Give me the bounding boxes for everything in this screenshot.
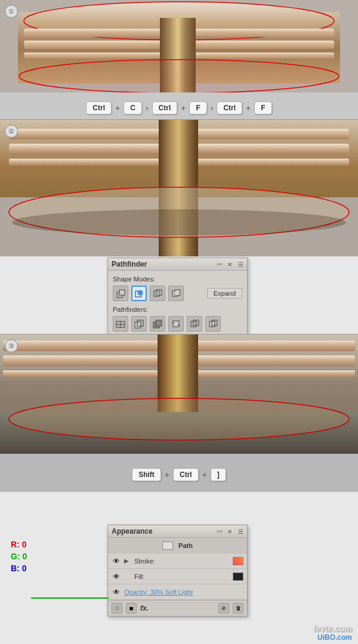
pathfinder-title: Pathfinder bbox=[112, 260, 147, 268]
svg-point-47 bbox=[9, 398, 349, 440]
appearance-close[interactable]: ✕ bbox=[227, 528, 232, 535]
key-bracket: ] bbox=[211, 468, 226, 481]
shape-exclude-icon[interactable] bbox=[168, 286, 184, 301]
stroke-visibility[interactable]: 👁 bbox=[112, 556, 121, 566]
shape-modes-label: Shape Modes: bbox=[113, 275, 242, 283]
rgb-g-label: G: 0 bbox=[11, 552, 27, 561]
shortcut-row-1: Ctrl + C › Ctrl + F › Ctrl + F bbox=[0, 101, 358, 114]
shortcut-row-3: Shift + Ctrl + ] bbox=[0, 468, 358, 481]
opacity-label: Opacity: 30% Soft Light bbox=[124, 589, 243, 596]
step-number-2: ② bbox=[5, 125, 18, 138]
pf-crop-icon[interactable] bbox=[168, 316, 184, 332]
step-number-3: ③ bbox=[5, 339, 18, 352]
plus-s3-2: + bbox=[202, 470, 207, 479]
section-1: ① bbox=[0, 0, 358, 119]
rgb-b-label: B: 0 bbox=[11, 564, 27, 573]
appearance-footer: □ ■ fx. ⊘ 🗑 bbox=[108, 600, 247, 616]
section-3: ③ bbox=[0, 334, 358, 492]
gt-2: › bbox=[211, 103, 214, 113]
svg-rect-29 bbox=[135, 322, 141, 328]
rgb-r-label: R: 0 bbox=[11, 540, 27, 549]
shape-intersect-icon[interactable] bbox=[150, 286, 165, 301]
appearance-menu-icon[interactable]: ☰ bbox=[238, 528, 243, 535]
appearance-controls: «« ✕ ☰ bbox=[217, 528, 243, 535]
watermark-site2: UiBO.com bbox=[317, 633, 352, 642]
cylinder-1 bbox=[0, 0, 358, 92]
new-fill-icon[interactable]: ■ bbox=[126, 603, 137, 614]
new-item-icon[interactable]: □ bbox=[112, 603, 122, 614]
plus-s3-1: + bbox=[165, 470, 169, 479]
svg-point-19 bbox=[138, 290, 143, 295]
shape-modes-row: Expand bbox=[113, 286, 242, 301]
fx-button[interactable]: fx. bbox=[140, 604, 149, 612]
appearance-body: Path 👁 ▶ Stroke: 👁 Fill: 👁 Opacity: 30% … bbox=[108, 538, 247, 616]
opacity-row: 👁 Opacity: 30% Soft Light bbox=[108, 584, 247, 600]
pf-trim-icon[interactable] bbox=[131, 316, 147, 332]
plus-1: + bbox=[115, 103, 120, 113]
expand-button[interactable]: Expand bbox=[207, 288, 242, 299]
pathfinders-row bbox=[113, 316, 242, 332]
pf-minus-back-icon[interactable] bbox=[205, 316, 221, 332]
section-2: ② bbox=[0, 119, 358, 256]
path-swatch bbox=[162, 541, 173, 550]
stroke-label: Stroke: bbox=[134, 558, 230, 565]
pathfinder-close[interactable]: ✕ bbox=[227, 261, 232, 268]
fill-visibility[interactable]: 👁 bbox=[112, 572, 121, 581]
svg-point-7 bbox=[19, 60, 339, 92]
pathfinder-controls: «« ✕ ☰ bbox=[217, 261, 243, 268]
key-shift: Shift bbox=[132, 468, 161, 481]
svg-rect-32 bbox=[156, 320, 162, 326]
key-ctrl-1: Ctrl bbox=[86, 101, 112, 114]
pf-outline-icon[interactable] bbox=[187, 316, 202, 332]
watermark-site1: fevte.com bbox=[313, 624, 352, 633]
key-c: C bbox=[124, 101, 142, 114]
appearance-titlebar: Appearance «« ✕ ☰ bbox=[108, 525, 247, 538]
path-row: Path bbox=[108, 538, 247, 553]
appearance-title: Appearance bbox=[112, 527, 153, 535]
key-ctrl-3: Ctrl bbox=[217, 101, 242, 114]
appearance-panel: Appearance «« ✕ ☰ Path 👁 ▶ Stroke: 👁 Fil… bbox=[107, 525, 248, 617]
rgb-labels: R: 0 G: 0 B: 0 bbox=[11, 540, 27, 573]
fill-label: Fill: bbox=[134, 573, 230, 580]
pathfinder-panel: Pathfinder «« ✕ ☰ Shape Modes: bbox=[107, 258, 248, 342]
fill-swatch[interactable] bbox=[233, 572, 243, 581]
pathfinder-titlebar: Pathfinder «« ✕ ☰ bbox=[108, 258, 247, 271]
pathfinder-body: Shape Modes: Expand Pathfinders: bbox=[108, 271, 247, 341]
stroke-swatch[interactable] bbox=[233, 557, 243, 565]
svg-rect-17 bbox=[119, 290, 125, 295]
stroke-arrow[interactable]: ▶ bbox=[124, 558, 131, 564]
stroke-row: 👁 ▶ Stroke: bbox=[108, 553, 247, 569]
plus-2: + bbox=[181, 103, 186, 113]
step-number-1: ① bbox=[5, 5, 18, 18]
gt-1: › bbox=[146, 103, 149, 113]
svg-rect-33 bbox=[173, 321, 179, 327]
pathfinder-menu-icon[interactable]: ☰ bbox=[238, 261, 243, 268]
pathfinders-label: Pathfinders: bbox=[113, 306, 242, 313]
hidden-icon[interactable]: ⊘ bbox=[218, 603, 229, 614]
opacity-visibility[interactable]: 👁 bbox=[112, 587, 121, 597]
pathfinder-minimize[interactable]: «« bbox=[217, 261, 223, 267]
svg-rect-22 bbox=[156, 291, 159, 295]
svg-point-15 bbox=[12, 209, 346, 236]
delete-icon[interactable]: 🗑 bbox=[233, 603, 243, 614]
rgb-connector-line bbox=[31, 597, 109, 599]
pf-merge-icon[interactable] bbox=[150, 316, 165, 332]
key-ctrl-2: Ctrl bbox=[152, 101, 178, 114]
shape-unite-icon[interactable] bbox=[113, 286, 128, 301]
pf-divide-icon[interactable] bbox=[113, 316, 128, 332]
shape-minus-icon[interactable] bbox=[131, 286, 147, 301]
svg-rect-25 bbox=[175, 291, 178, 295]
key-ctrl-s3: Ctrl bbox=[173, 468, 199, 481]
appearance-minimize[interactable]: «« bbox=[217, 528, 223, 534]
plus-3: + bbox=[246, 103, 251, 113]
key-f-2: F bbox=[254, 101, 271, 114]
fill-row: 👁 Fill: bbox=[108, 569, 247, 584]
path-label: Path bbox=[178, 542, 193, 549]
key-f-1: F bbox=[189, 101, 206, 114]
